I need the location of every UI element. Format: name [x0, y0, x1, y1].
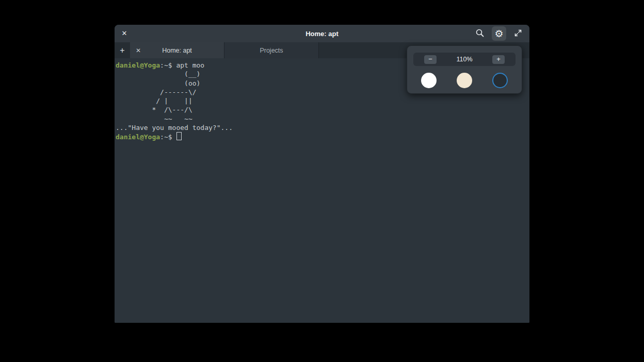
theme-dark-button[interactable] [492, 73, 508, 88]
zoom-in-button[interactable]: + [481, 53, 516, 66]
moo-quote-line: ..."Have you mooed today?"... [116, 123, 528, 132]
fullscreen-button[interactable] [511, 26, 525, 41]
prompt-path: :~$ [160, 133, 176, 141]
minus-icon: − [424, 55, 437, 64]
tab-label: Home: apt [130, 47, 224, 54]
terminal-command: apt moo [176, 61, 204, 69]
window-title: Home: apt [115, 30, 529, 38]
zoom-out-button[interactable]: − [413, 53, 447, 66]
tab-projects[interactable]: Projects [224, 42, 319, 58]
settings-popover: − 110% + [407, 45, 522, 94]
prompt-user-host: daniel@Yoga [116, 133, 160, 141]
tab-label: Projects [224, 47, 318, 54]
expand-icon [514, 29, 522, 39]
settings-button[interactable]: ⚙ [492, 26, 506, 41]
theme-selector [407, 73, 522, 88]
new-tab-button[interactable]: + [115, 42, 130, 58]
plus-icon: + [492, 55, 505, 64]
theme-light-button[interactable] [421, 73, 437, 88]
tab-home-apt[interactable]: ✕ Home: apt [130, 42, 224, 58]
window-close-button[interactable]: ✕ [118, 27, 131, 40]
zoom-level: 110% [456, 56, 472, 63]
terminal-prompt-line: daniel@Yoga:~$ [116, 132, 528, 141]
terminal-cursor [176, 132, 182, 140]
prompt-user-host: daniel@Yoga [116, 61, 160, 69]
gear-icon: ⚙ [494, 29, 503, 39]
desktop: ✕ Home: apt ⚙ [0, 0, 644, 362]
titlebar[interactable]: ✕ Home: apt ⚙ [115, 25, 529, 42]
tab-close-button[interactable]: ✕ [133, 45, 144, 56]
terminal-content[interactable]: daniel@Yoga:~$ apt moo (__) (oo) /------… [115, 58, 529, 323]
search-icon [475, 28, 485, 39]
theme-sepia-button[interactable] [457, 73, 472, 88]
zoom-control: − 110% + [413, 53, 516, 66]
titlebar-actions: ⚙ [473, 26, 525, 41]
search-button[interactable] [473, 26, 487, 41]
prompt-path: :~$ [160, 61, 176, 69]
